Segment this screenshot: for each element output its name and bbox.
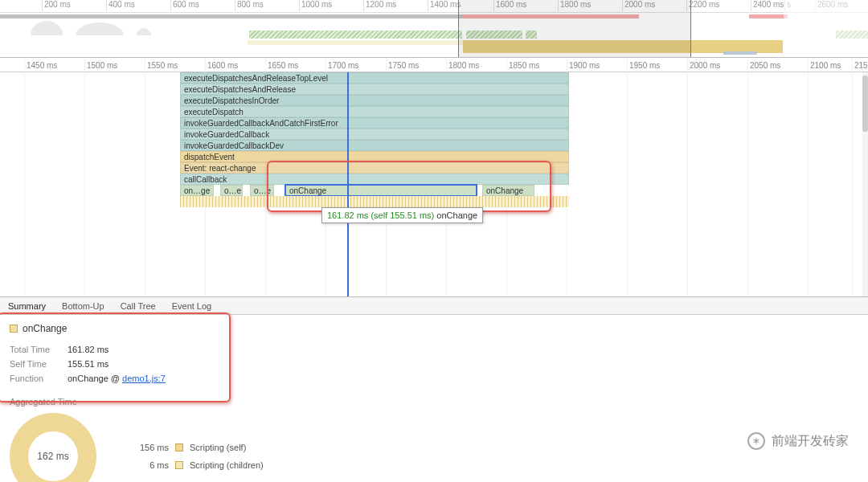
aggregated-legend: 156 ms Scripting (self) 6 ms Scripting (… bbox=[127, 439, 264, 474]
wechat-icon: ✶ bbox=[747, 432, 765, 450]
flame-tooltip: 161.82 ms (self 155.51 ms) onChange bbox=[321, 207, 483, 223]
summary-fn-name: onChange bbox=[23, 323, 67, 334]
flame-bar[interactable]: executeDispatchesInOrder bbox=[180, 95, 569, 106]
overview-tick: 800 ms bbox=[235, 0, 264, 11]
main-tick: 1550 ms bbox=[145, 61, 178, 70]
main-tick: 1450 ms bbox=[24, 61, 57, 70]
flame-bar[interactable]: executeDispatchesAndReleaseTopLevel bbox=[180, 72, 569, 84]
donut-center-label: 162 ms bbox=[37, 451, 68, 462]
overview-long-task-marker bbox=[462, 14, 639, 18]
scroll-thumb[interactable] bbox=[862, 76, 868, 132]
main-tick: 1500 ms bbox=[84, 61, 117, 70]
flame-bar[interactable]: executeDispatchesAndRelease bbox=[180, 84, 569, 95]
flame-bar[interactable]: o…e bbox=[250, 185, 274, 196]
flame-ticks bbox=[180, 196, 569, 207]
main-tick: 2000 ms bbox=[687, 61, 720, 70]
main-tick: 1650 ms bbox=[265, 61, 298, 70]
main-tick: 1900 ms bbox=[567, 61, 600, 70]
flame-bar[interactable]: invokeGuardedCallback bbox=[180, 129, 569, 140]
overview-ruler[interactable]: 200 ms 400 ms 600 ms 800 ms 1000 ms 1200… bbox=[0, 0, 868, 13]
aggregated-time-title: Aggregated Time bbox=[10, 397, 858, 406]
flame-bar[interactable]: invokeGuardedCallbackDev bbox=[180, 140, 569, 151]
flame-bar[interactable]: on…ge bbox=[180, 185, 214, 196]
main-tick: 1800 ms bbox=[446, 61, 479, 70]
summary-panel: onChange Total Time 161.82 ms Self Time … bbox=[0, 315, 868, 482]
main-tick: 2150 bbox=[852, 61, 868, 70]
overview-tick: 1400 ms bbox=[428, 0, 461, 11]
flame-bar-selected[interactable]: onChange bbox=[285, 185, 477, 196]
overview-tick: 1600 ms bbox=[493, 0, 526, 11]
tab-call-tree[interactable]: Call Tree bbox=[121, 301, 156, 311]
overview-long-task-marker bbox=[749, 14, 788, 18]
overview-tick: 1000 ms bbox=[299, 0, 332, 11]
flamechart[interactable]: 1450 ms 1500 ms 1550 ms 1600 ms 1650 ms … bbox=[0, 58, 868, 297]
watermark-text: 前端开发砖家 bbox=[772, 433, 849, 450]
total-time-value: 161.82 ms bbox=[68, 345, 108, 354]
overview-tick: 2000 ms bbox=[622, 0, 655, 11]
flame-bar[interactable]: invokeGuardedCallbackAndCatchFirstError bbox=[180, 117, 569, 129]
overview-timeline[interactable]: 200 ms 400 ms 600 ms 800 ms 1000 ms 1200… bbox=[0, 0, 868, 58]
main-tick: 1700 ms bbox=[326, 61, 358, 70]
details-tabs: Summary Bottom-Up Call Tree Event Log bbox=[0, 297, 868, 315]
legend-value: 156 ms bbox=[127, 443, 169, 452]
category-swatch-icon bbox=[10, 325, 18, 333]
overview-tick: 600 ms bbox=[170, 0, 199, 11]
legend-label: Scripting (self) bbox=[190, 443, 246, 452]
tooltip-timing: 161.82 ms (self 155.51 ms) bbox=[327, 210, 434, 220]
main-tick: 2100 ms bbox=[808, 61, 841, 70]
summary-function-title: onChange bbox=[10, 323, 858, 334]
main-tick: 1850 ms bbox=[506, 61, 539, 70]
overview-activity-bar bbox=[0, 14, 462, 18]
flame-scrollbar[interactable] bbox=[862, 72, 868, 296]
tab-event-log[interactable]: Event Log bbox=[172, 301, 212, 311]
legend-value: 6 ms bbox=[127, 460, 169, 470]
main-tick: 1750 ms bbox=[386, 61, 419, 70]
flame-bar[interactable]: onChange bbox=[482, 185, 534, 196]
legend-swatch-icon bbox=[175, 461, 183, 469]
function-label: Function bbox=[10, 374, 59, 383]
self-time-value: 155.51 ms bbox=[68, 359, 108, 369]
overview-tick: 400 ms bbox=[106, 0, 135, 11]
flame-bar[interactable]: callCallback bbox=[180, 174, 569, 185]
tab-bottom-up[interactable]: Bottom-Up bbox=[62, 301, 104, 311]
self-time-label: Self Time bbox=[10, 359, 59, 369]
flame-bar[interactable]: executeDispatch bbox=[180, 106, 569, 117]
overview-dim bbox=[784, 0, 868, 57]
legend-swatch-icon bbox=[175, 443, 183, 451]
total-time-label: Total Time bbox=[10, 345, 59, 354]
main-ruler[interactable]: 1450 ms 1500 ms 1550 ms 1600 ms 1650 ms … bbox=[0, 58, 868, 72]
flame-bar[interactable]: Event: react-change bbox=[180, 162, 569, 174]
tab-summary[interactable]: Summary bbox=[8, 301, 46, 311]
main-tick: 1600 ms bbox=[205, 61, 238, 70]
main-tick: 2050 ms bbox=[747, 61, 780, 70]
overview-tick: 1200 ms bbox=[363, 0, 396, 11]
tooltip-fn: onChange bbox=[436, 210, 477, 220]
overview-bars bbox=[0, 31, 868, 56]
overview-tick: 1800 ms bbox=[558, 0, 591, 11]
flame-bar[interactable]: dispatchEvent bbox=[180, 151, 569, 162]
source-link[interactable]: demo1.js:7 bbox=[122, 374, 166, 383]
overview-tick: 2200 ms bbox=[686, 0, 719, 11]
legend-label: Scripting (children) bbox=[190, 460, 264, 470]
watermark: ✶ 前端开发砖家 bbox=[747, 432, 849, 450]
overview-tick: 200 ms bbox=[42, 0, 71, 11]
main-tick: 1950 ms bbox=[627, 61, 660, 70]
aggregated-donut-chart: 162 ms bbox=[10, 413, 96, 482]
function-value: onChange @ demo1.js:7 bbox=[68, 374, 166, 383]
flame-bar[interactable]: o…e bbox=[220, 185, 243, 196]
overview-tick: 2400 ms bbox=[751, 0, 784, 11]
